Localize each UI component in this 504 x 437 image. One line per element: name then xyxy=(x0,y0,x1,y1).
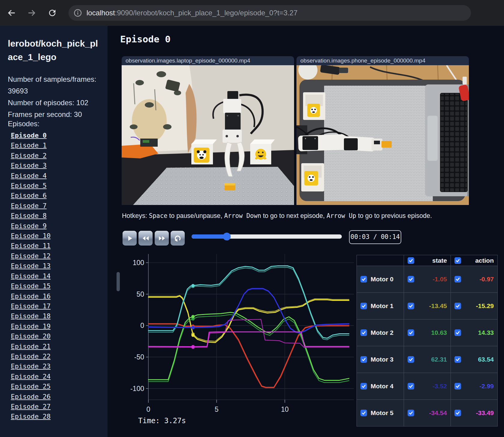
episode-link[interactable]: Episode 22 xyxy=(11,351,101,361)
episode-link[interactable]: Episode 10 xyxy=(11,231,101,241)
episode-link[interactable]: Episode 26 xyxy=(11,392,101,402)
checkbox[interactable] xyxy=(454,356,461,363)
seek-thumb[interactable] xyxy=(223,233,231,240)
motor5_action-current-dot xyxy=(191,345,195,348)
action-value: -33.49 xyxy=(476,409,494,417)
episode-link[interactable]: Episode 14 xyxy=(11,271,101,281)
forward-icon[interactable] xyxy=(25,6,38,20)
episode-link[interactable]: Episode 15 xyxy=(11,281,101,291)
checkbox[interactable] xyxy=(408,329,414,336)
motor4_action-current-dot xyxy=(191,326,195,329)
checkbox[interactable] xyxy=(408,276,414,283)
video-panel-phone: observation.images.phone_episode_000000.… xyxy=(296,56,469,205)
motor-row: Motor 362.3163.54 xyxy=(357,346,498,373)
episode-link[interactable]: Episode 23 xyxy=(11,361,101,371)
site-info-icon[interactable] xyxy=(73,8,82,17)
episode-link[interactable]: Episode 13 xyxy=(11,261,101,271)
dataset-title: lerobot/koch_pick_place_1_lego xyxy=(8,37,99,64)
episode-link[interactable]: Episode 27 xyxy=(11,402,101,411)
hotkeys-segment: Arrow Down xyxy=(224,212,261,219)
sidebar: lerobot/koch_pick_place_1_lego Number of… xyxy=(0,26,108,437)
checkbox[interactable] xyxy=(454,383,461,390)
loop-button[interactable] xyxy=(171,231,185,246)
y-tick-label: 100 xyxy=(133,259,144,267)
motor-row: Motor 210.6314.33 xyxy=(357,319,498,346)
reload-icon[interactable] xyxy=(46,6,59,20)
episode-link[interactable]: Episode 17 xyxy=(11,301,101,311)
state-value: -13.45 xyxy=(429,302,447,310)
play-button[interactable] xyxy=(123,231,137,246)
motor-label: Motor 4 xyxy=(371,383,393,390)
checkbox[interactable] xyxy=(360,410,367,416)
episode-link[interactable]: Episode 1 xyxy=(11,140,101,150)
checkbox[interactable] xyxy=(360,303,367,309)
x-tick-label: 5 xyxy=(215,405,219,413)
motor-row: Motor 1-13.45-15.29 xyxy=(357,293,498,319)
back-icon[interactable] xyxy=(5,6,18,20)
episode-link[interactable]: Episode 28 xyxy=(11,411,101,421)
hotkeys-segment: to go to previous episode. xyxy=(356,212,432,219)
y-tick-label: 50 xyxy=(136,290,144,298)
video-frame-phone[interactable] xyxy=(296,65,469,205)
y-tick-label: -50 xyxy=(134,353,144,361)
main-content: Episode 0 observation.images.laptop_epis… xyxy=(108,26,504,437)
checkbox[interactable] xyxy=(360,356,367,363)
checkbox[interactable] xyxy=(360,329,367,336)
episode-link[interactable]: Episode 16 xyxy=(11,291,101,301)
lerobot-dataset-visualizer: localhost:9090/lerobot/koch_pick_place_1… xyxy=(0,0,504,437)
checkbox[interactable] xyxy=(360,276,367,283)
episode-link[interactable]: Episode 7 xyxy=(11,201,101,211)
checkbox[interactable] xyxy=(454,276,461,283)
episode-link[interactable]: Episode 19 xyxy=(11,321,101,331)
episode-link[interactable]: Episode 2 xyxy=(11,151,101,160)
motor-label: Motor 2 xyxy=(371,329,393,336)
motor-timeseries-chart[interactable]: 100500-50-1000510 xyxy=(108,249,357,433)
episode-link[interactable]: Episode 4 xyxy=(11,171,101,181)
episode-link[interactable]: Episode 6 xyxy=(11,191,101,200)
episode-link[interactable]: Episode 3 xyxy=(11,160,101,170)
episode-list: Episode 0Episode 1Episode 2Episode 3Epis… xyxy=(11,130,101,422)
episode-link[interactable]: Episode 8 xyxy=(11,211,101,221)
y-tick-label: -100 xyxy=(130,385,144,393)
video-panel-laptop: observation.images.laptop_episode_000000… xyxy=(122,56,294,205)
time-display: 00:03 / 00:14 xyxy=(349,230,401,244)
current-time-label: Time: 3.27s xyxy=(138,417,186,425)
episode-link[interactable]: Episode 18 xyxy=(11,311,101,321)
checkbox[interactable] xyxy=(454,257,461,264)
video-seek-slider[interactable] xyxy=(192,234,342,239)
episode-link[interactable]: Episode 21 xyxy=(11,341,101,351)
motor-table: stateaction Motor 0-1.05-0.97Motor 1-13.… xyxy=(357,255,498,426)
checkbox[interactable] xyxy=(360,383,367,390)
url-bar[interactable]: localhost:9090/lerobot/koch_pick_place_1… xyxy=(68,5,471,21)
state-value: -34.54 xyxy=(429,409,447,417)
action-value: -2.99 xyxy=(479,383,494,390)
episode-link[interactable]: Episode 9 xyxy=(11,221,101,231)
checkbox[interactable] xyxy=(408,257,414,264)
action-header: action xyxy=(475,257,494,264)
rewind-button[interactable] xyxy=(138,231,153,246)
checkbox[interactable] xyxy=(408,383,414,390)
checkbox[interactable] xyxy=(408,303,414,309)
action-value: -0.97 xyxy=(479,276,494,283)
dataset-stat: Frames per second: 30 xyxy=(8,108,100,120)
checkbox[interactable] xyxy=(408,356,414,363)
video-frame-laptop[interactable] xyxy=(122,65,294,205)
checkbox[interactable] xyxy=(454,329,461,336)
episode-link[interactable]: Episode 5 xyxy=(11,181,101,191)
checkbox[interactable] xyxy=(454,303,461,309)
episode-link[interactable]: Episode 12 xyxy=(11,251,101,261)
x-tick-label: 0 xyxy=(147,405,150,413)
episode-link[interactable]: Episode 24 xyxy=(11,371,101,381)
episode-link[interactable]: Episode 20 xyxy=(11,331,101,341)
motor-label: Motor 5 xyxy=(371,409,393,417)
checkbox[interactable] xyxy=(454,410,461,416)
seek-fill xyxy=(192,234,227,239)
motor3_action-current-dot xyxy=(191,284,195,287)
fast-forward-button[interactable] xyxy=(155,231,169,246)
checkbox[interactable] xyxy=(408,410,414,416)
episode-link[interactable]: Episode 0 xyxy=(11,130,101,140)
state-value: -3.52 xyxy=(433,383,447,390)
episode-link[interactable]: Episode 11 xyxy=(11,241,101,251)
episode-link[interactable]: Episode 25 xyxy=(11,381,101,391)
url-host: localhost xyxy=(87,9,115,17)
